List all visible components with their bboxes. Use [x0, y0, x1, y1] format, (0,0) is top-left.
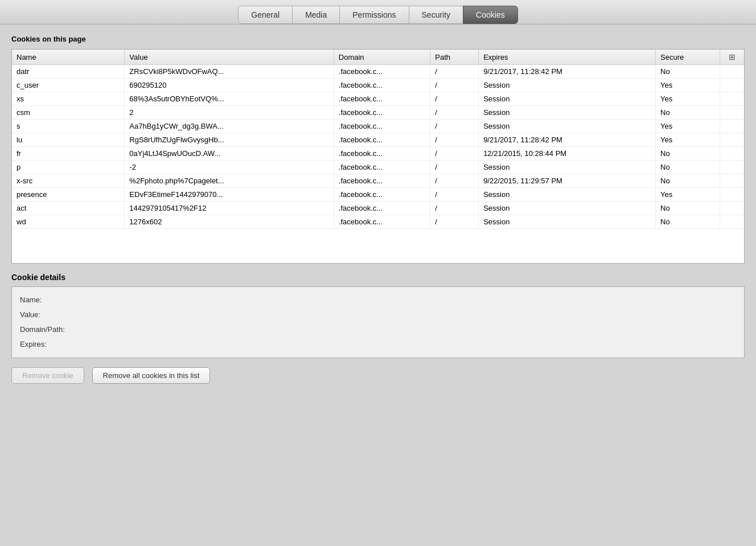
- cell-path: /: [430, 92, 479, 106]
- table-row[interactable]: s Aa7hBg1yCWr_dg3g.BWA... .facebook.c...…: [12, 120, 744, 133]
- tab-permissions[interactable]: Permissions: [339, 6, 409, 24]
- table-row[interactable]: lu RgS8rUfhZUgFlwGvysgHb... .facebook.c.…: [12, 133, 744, 147]
- tab-bar: General Media Permissions Security Cooki…: [0, 0, 756, 24]
- cell-value: ZRsCVki8P5kWDvOFwAQ...: [125, 65, 334, 79]
- detail-expires-row: Expires:: [20, 337, 736, 352]
- cell-expires: Session: [479, 106, 656, 120]
- cell-path: /: [430, 174, 479, 188]
- cell-domain: .facebook.c...: [334, 161, 430, 174]
- table-row[interactable]: act 1442979105417%2F12 .facebook.c... / …: [12, 202, 744, 215]
- cell-domain: .facebook.c...: [334, 215, 430, 229]
- cell-path: /: [430, 188, 479, 202]
- table-row[interactable]: datr ZRsCVki8P5kWDvOFwAQ... .facebook.c.…: [12, 65, 744, 79]
- cell-name: wd: [12, 215, 125, 229]
- cell-domain: .facebook.c...: [334, 147, 430, 161]
- table-row[interactable]: p -2 .facebook.c... / Session No: [12, 161, 744, 174]
- table-row[interactable]: fr 0aYj4LtJ4SpwUOucD.AW... .facebook.c..…: [12, 147, 744, 161]
- cell-expires: 12/21/2015, 10:28:44 PM: [479, 147, 656, 161]
- cell-path: /: [430, 133, 479, 147]
- cell-secure: No: [656, 215, 720, 229]
- column-settings-icon[interactable]: ⊞: [729, 52, 736, 61]
- cell-name: act: [12, 202, 125, 215]
- cell-value: 690295120: [125, 79, 334, 92]
- cell-expires: Session: [479, 188, 656, 202]
- cell-secure: Yes: [656, 79, 720, 92]
- empty-row: [12, 229, 744, 263]
- tab-general[interactable]: General: [238, 6, 293, 24]
- cookie-details-title: Cookie details: [11, 273, 745, 282]
- cell-value: EDvF3EtimeF1442979070...: [125, 188, 334, 202]
- table-row[interactable]: csm 2 .facebook.c... / Session No: [12, 106, 744, 120]
- detail-name-row: Name:: [20, 293, 736, 307]
- cell-name: xs: [12, 92, 125, 106]
- cell-domain: .facebook.c...: [334, 120, 430, 133]
- cell-path: /: [430, 147, 479, 161]
- cell-domain: .facebook.c...: [334, 79, 430, 92]
- cell-secure: No: [656, 202, 720, 215]
- cell-name: p: [12, 161, 125, 174]
- cell-path: /: [430, 161, 479, 174]
- cell-expires: 9/21/2017, 11:28:42 PM: [479, 133, 656, 147]
- cell-path: /: [430, 65, 479, 79]
- cell-domain: .facebook.c...: [334, 202, 430, 215]
- cell-expires: 9/22/2015, 11:29:57 PM: [479, 174, 656, 188]
- cell-value: 68%3As5utrOBYhEotVQ%...: [125, 92, 334, 106]
- col-header-domain: Domain: [334, 50, 430, 65]
- cell-value: 1442979105417%2F12: [125, 202, 334, 215]
- detail-expires-label: Expires:: [20, 340, 47, 348]
- detail-value-row: Value:: [20, 307, 736, 322]
- tab-security[interactable]: Security: [409, 6, 464, 24]
- cell-domain: .facebook.c...: [334, 106, 430, 120]
- cell-name: csm: [12, 106, 125, 120]
- cell-expires: Session: [479, 120, 656, 133]
- cell-name: c_user: [12, 79, 125, 92]
- col-header-secure: Secure: [656, 50, 720, 65]
- cookies-table: Name Value Domain Path Expires Secure ⊞ …: [12, 50, 744, 263]
- cell-name: x-src: [12, 174, 125, 188]
- cell-value: RgS8rUfhZUgFlwGvysgHb...: [125, 133, 334, 147]
- table-header-row: Name Value Domain Path Expires Secure ⊞: [12, 50, 744, 65]
- tab-media[interactable]: Media: [292, 6, 340, 24]
- cell-secure: No: [656, 106, 720, 120]
- cell-secure: No: [656, 174, 720, 188]
- col-header-path: Path: [430, 50, 479, 65]
- cell-value: 1276x602: [125, 215, 334, 229]
- remove-cookie-button[interactable]: Remove cookie: [11, 367, 84, 384]
- detail-value-label: Value:: [20, 310, 40, 319]
- cell-path: /: [430, 215, 479, 229]
- cell-value: 2: [125, 106, 334, 120]
- remove-all-cookies-button[interactable]: Remove all cookies in this list: [92, 367, 211, 384]
- cell-icon: [720, 161, 744, 174]
- detail-name-label: Name:: [20, 295, 42, 304]
- table-row[interactable]: wd 1276x602 .facebook.c... / Session No: [12, 215, 744, 229]
- cell-icon: [720, 120, 744, 133]
- cell-expires: Session: [479, 92, 656, 106]
- cell-secure: Yes: [656, 92, 720, 106]
- cell-icon: [720, 202, 744, 215]
- cell-icon: [720, 133, 744, 147]
- table-row[interactable]: c_user 690295120 .facebook.c... / Sessio…: [12, 79, 744, 92]
- table-row[interactable]: x-src %2Fphoto.php%7Cpagelet... .faceboo…: [12, 174, 744, 188]
- detail-domain-label: Domain/Path:: [20, 325, 65, 334]
- cell-expires: Session: [479, 161, 656, 174]
- cell-path: /: [430, 202, 479, 215]
- cell-name: datr: [12, 65, 125, 79]
- cell-expires: 9/21/2017, 11:28:42 PM: [479, 65, 656, 79]
- col-header-name: Name: [12, 50, 125, 65]
- cell-secure: Yes: [656, 120, 720, 133]
- cell-secure: No: [656, 161, 720, 174]
- cell-path: /: [430, 106, 479, 120]
- col-header-expires: Expires: [479, 50, 656, 65]
- cell-name: fr: [12, 147, 125, 161]
- cell-icon: [720, 79, 744, 92]
- table-row[interactable]: presence EDvF3EtimeF1442979070... .faceb…: [12, 188, 744, 202]
- cell-secure: Yes: [656, 188, 720, 202]
- cell-expires: Session: [479, 202, 656, 215]
- details-box: Name: Value: Domain/Path: Expires:: [11, 286, 745, 358]
- cell-icon: [720, 188, 744, 202]
- col-header-icon[interactable]: ⊞: [720, 50, 744, 65]
- cell-secure: No: [656, 147, 720, 161]
- tab-cookies[interactable]: Cookies: [463, 6, 518, 24]
- table-row[interactable]: xs 68%3As5utrOBYhEotVQ%... .facebook.c..…: [12, 92, 744, 106]
- cell-domain: .facebook.c...: [334, 92, 430, 106]
